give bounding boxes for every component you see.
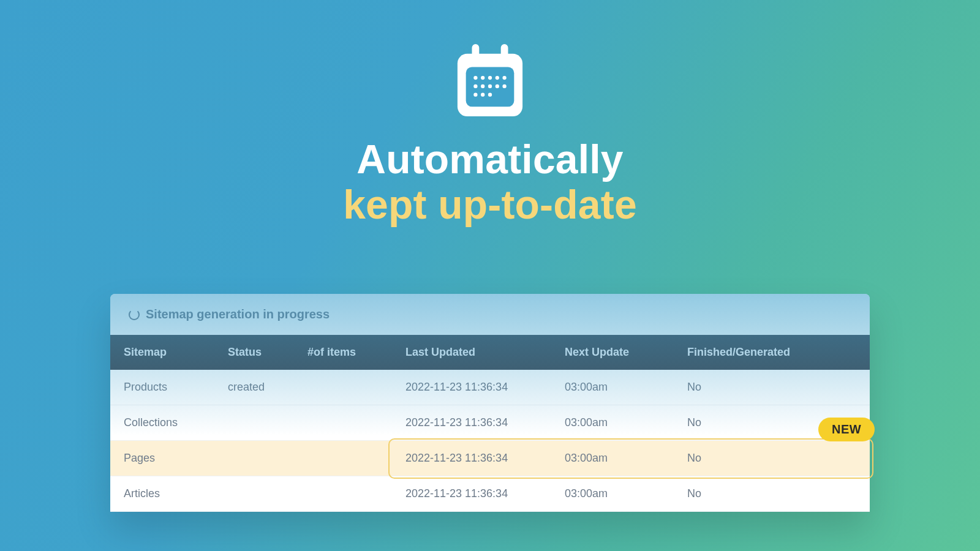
headline: Automatically kept up-to-date <box>343 137 637 228</box>
table-row: Pages2022-11-23 11:36:3403:00amNo <box>110 441 870 476</box>
svg-point-15 <box>481 93 484 97</box>
svg-point-11 <box>488 84 492 88</box>
cell-sitemap: Collections <box>110 405 214 441</box>
cell-next_update: 03:00am <box>551 370 674 405</box>
th-items: #of items <box>294 335 392 370</box>
table-body: Productscreated2022-11-23 11:36:3403:00a… <box>110 370 870 512</box>
table-row: Articles2022-11-23 11:36:3403:00amNo <box>110 476 870 512</box>
calendar-icon <box>454 43 526 121</box>
svg-rect-1 <box>472 44 480 60</box>
cell-items <box>294 441 392 476</box>
svg-rect-2 <box>501 44 508 60</box>
th-sitemap: Sitemap <box>110 335 214 370</box>
table-row: Collections2022-11-23 11:36:3403:00amNo <box>110 405 870 441</box>
cell-sitemap: Articles <box>110 476 214 512</box>
svg-point-14 <box>473 93 477 97</box>
cell-last_updated: 2022-11-23 11:36:34 <box>392 441 551 476</box>
new-badge: NEW <box>818 418 875 441</box>
cell-last_updated: 2022-11-23 11:36:34 <box>392 370 551 405</box>
cell-last_updated: 2022-11-23 11:36:34 <box>392 405 551 441</box>
th-next: Next Update <box>551 335 674 370</box>
status-bar: Sitemap generation in progress <box>110 294 870 335</box>
cell-status <box>214 405 294 441</box>
cell-finished: No <box>674 476 870 512</box>
svg-point-10 <box>481 84 484 88</box>
headline-line1: Automatically <box>343 137 637 182</box>
headline-line2: kept up-to-date <box>343 182 637 228</box>
table-row: Productscreated2022-11-23 11:36:3403:00a… <box>110 370 870 405</box>
hero: Automatically kept up-to-date <box>0 43 980 228</box>
cell-items <box>294 370 392 405</box>
cell-finished: No <box>674 370 870 405</box>
status-text: Sitemap generation in progress <box>146 307 330 321</box>
svg-point-5 <box>481 76 484 80</box>
sitemap-panel: Sitemap generation in progress Sitemap S… <box>110 294 870 512</box>
cell-finished: No <box>674 441 870 476</box>
cell-items <box>294 476 392 512</box>
sitemap-table: Sitemap Status #of items Last Updated Ne… <box>110 335 870 512</box>
svg-point-9 <box>473 84 477 88</box>
svg-point-16 <box>488 93 492 97</box>
cell-status <box>214 441 294 476</box>
svg-point-7 <box>496 76 499 80</box>
svg-point-6 <box>488 76 492 80</box>
svg-point-4 <box>473 76 477 80</box>
cell-next_update: 03:00am <box>551 441 674 476</box>
cell-sitemap: Products <box>110 370 214 405</box>
th-fin: Finished/Generated <box>674 335 870 370</box>
table-head: Sitemap Status #of items Last Updated Ne… <box>110 335 870 370</box>
cell-next_update: 03:00am <box>551 405 674 441</box>
cell-next_update: 03:00am <box>551 476 674 512</box>
promo-canvas: Automatically kept up-to-date Sitemap ge… <box>0 0 980 551</box>
th-status: Status <box>214 335 294 370</box>
cell-items <box>294 405 392 441</box>
svg-point-8 <box>502 76 506 80</box>
spinner-icon <box>129 309 140 320</box>
cell-sitemap: Pages <box>110 441 214 476</box>
th-last: Last Updated <box>392 335 551 370</box>
cell-last_updated: 2022-11-23 11:36:34 <box>392 476 551 512</box>
svg-point-12 <box>496 84 499 88</box>
cell-status: created <box>214 370 294 405</box>
cell-status <box>214 476 294 512</box>
svg-point-13 <box>502 84 506 88</box>
